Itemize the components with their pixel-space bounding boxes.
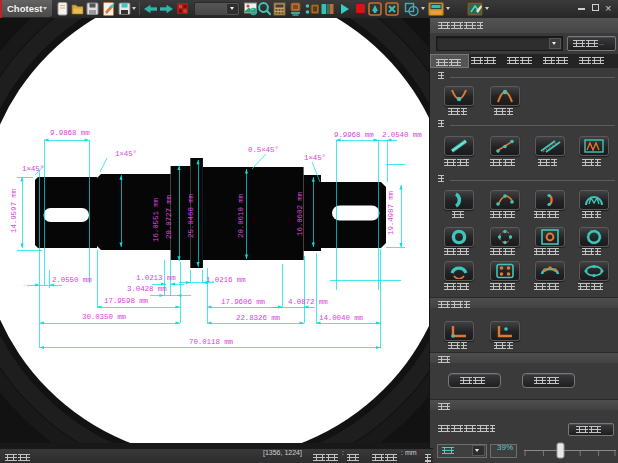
svg-text:16.0551 mm: 16.0551 mm <box>152 197 160 242</box>
svg-text:22.8326 mm: 22.8326 mm <box>236 314 281 322</box>
svg-text:9.9968 mm: 9.9968 mm <box>334 131 374 139</box>
svg-text:30.0350 mm: 30.0350 mm <box>82 313 127 321</box>
svg-text:3.0428 mm: 3.0428 mm <box>127 285 167 293</box>
svg-text:25.0468 mm: 25.0468 mm <box>187 193 195 238</box>
svg-text:2.0540 mm: 2.0540 mm <box>382 131 422 139</box>
svg-text:14.0040 mm: 14.0040 mm <box>319 314 364 322</box>
svg-text:14.9597 mm: 14.9597 mm <box>10 188 18 233</box>
svg-text:19.4987 mm: 19.4987 mm <box>387 190 395 235</box>
svg-text:2.0550 mm: 2.0550 mm <box>52 276 92 284</box>
svg-text:16.0602 mm: 16.0602 mm <box>296 191 304 236</box>
svg-text:17.9606 mm: 17.9606 mm <box>221 298 266 306</box>
svg-text:9.9868 mm: 9.9868 mm <box>50 129 90 137</box>
svg-text:1×45°: 1×45° <box>22 165 44 173</box>
svg-text:1.0213 mm: 1.0213 mm <box>136 274 176 282</box>
svg-text:0.5×45°: 0.5×45° <box>248 146 279 154</box>
svg-text:20.0610 mm: 20.0610 mm <box>237 193 245 238</box>
svg-text:20.0727 mm: 20.0727 mm <box>165 194 173 239</box>
svg-text:1×45°: 1×45° <box>115 150 137 158</box>
svg-text:70.0118 mm: 70.0118 mm <box>189 338 234 346</box>
svg-text:4.0872 mm: 4.0872 mm <box>288 298 328 306</box>
svg-text:1.0216 mm: 1.0216 mm <box>206 276 246 284</box>
svg-text:17.9598 mm: 17.9598 mm <box>104 297 149 305</box>
svg-text:1×45°: 1×45° <box>304 154 326 162</box>
